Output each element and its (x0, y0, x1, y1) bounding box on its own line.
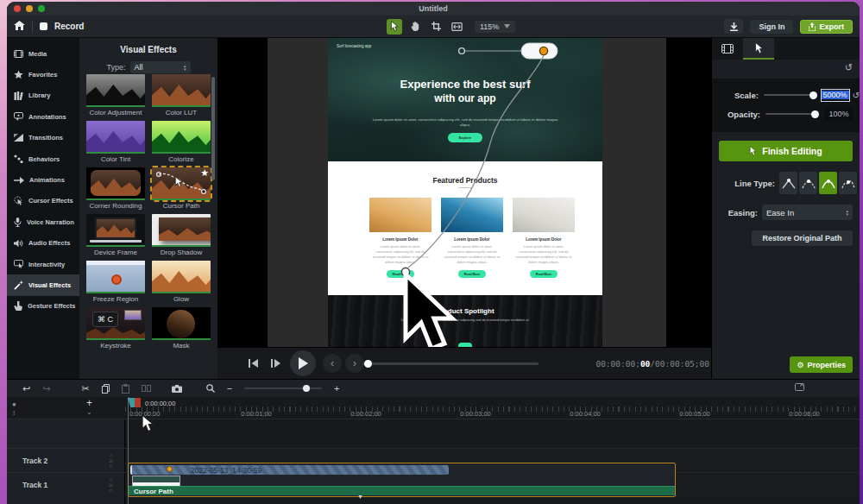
scale-reset-icon[interactable]: ↺ (853, 91, 860, 100)
media-clip-bar[interactable] (130, 465, 449, 475)
zoom-slider-handle[interactable] (303, 385, 310, 392)
canvas-zoom-dropdown[interactable]: 115% (475, 21, 515, 33)
sidebar-item-audio-effects[interactable]: Audio Effects (7, 233, 79, 254)
download-button[interactable] (724, 19, 743, 34)
sidebar-item-gesture-effects[interactable]: Gesture Effects (7, 296, 79, 317)
canvas[interactable]: Surf forecasting app Experience the best… (217, 38, 711, 347)
screenshot-button[interactable] (172, 385, 182, 393)
scale-slider[interactable] (764, 94, 816, 96)
record-icon[interactable] (40, 22, 47, 30)
magnifier-icon (206, 384, 215, 393)
reset-all-button[interactable]: ↺ (845, 62, 853, 73)
sidebar-item-favorites[interactable]: Favorites (7, 64, 79, 85)
step-back-button[interactable] (243, 354, 262, 373)
group-marker-icon[interactable]: ▼ (357, 494, 363, 500)
properties-button[interactable]: ⚙ Properties (790, 356, 853, 373)
timeline-ruler[interactable]: ●↕ + ⌄ 0:00:00;00 0:00:00;00 0:00:01;00 … (7, 397, 860, 419)
opacity-slider-handle[interactable] (811, 110, 819, 118)
effects-scrollbar[interactable] (211, 77, 215, 180)
zoom-in-button[interactable]: + (334, 384, 339, 394)
effect-cursor-path-selected[interactable]: ★ Cursor Path (152, 167, 211, 210)
expand-icon (795, 383, 804, 391)
sidebar-item-visual-effects[interactable]: Visual Effects (7, 274, 79, 295)
playhead-flag[interactable] (128, 398, 141, 407)
keyframe-dot[interactable] (167, 466, 173, 472)
cursor-arrow-icon (749, 146, 757, 156)
line-type-smooth-button[interactable] (839, 172, 857, 194)
sidebar-item-animations[interactable]: Animations (7, 169, 79, 190)
track-toggle-icons[interactable]: ○⊃∩ (109, 453, 125, 469)
previous-marker-button[interactable]: ‹ (323, 354, 342, 373)
crop-tool-button[interactable] (428, 19, 444, 35)
opacity-slider[interactable] (765, 113, 819, 115)
zoom-timeline-button[interactable] (206, 384, 215, 393)
finish-editing-button[interactable]: Finish Editing (719, 141, 853, 161)
cut-button[interactable]: ✂ (81, 384, 89, 394)
select-tool-button[interactable] (387, 19, 402, 35)
tab-media-properties[interactable] (712, 38, 743, 60)
paste-button[interactable] (122, 384, 129, 394)
effect-colorize[interactable]: Colorize (152, 121, 211, 163)
line-type-curved-button[interactable] (819, 172, 837, 194)
effect-thumbnail (86, 74, 145, 107)
effect-color-adjustment[interactable]: Color Adjustment (86, 74, 145, 117)
undo-button[interactable]: ↩ (22, 384, 30, 394)
track-1-header[interactable]: Track 1 ○⊃∩ (7, 472, 125, 496)
featured-section: Featured Products Lorem Ipsum Dolor Lore… (328, 161, 602, 295)
easing-dropdown[interactable]: Ease In ▴▾ (762, 205, 853, 220)
record-button[interactable]: Record (54, 22, 84, 31)
add-track-button[interactable]: + (86, 397, 92, 409)
effect-device-frame[interactable]: Device Frame (86, 214, 145, 256)
sidebar-item-interactivity[interactable]: Interactivity (7, 254, 79, 274)
tab-cursor-properties[interactable] (743, 38, 774, 60)
zoom-out-button[interactable]: − (227, 384, 232, 394)
scale-value-field[interactable]: 5000% (821, 89, 850, 102)
effect-glow[interactable]: Glow (152, 261, 211, 303)
opacity-value-field[interactable]: 100% (824, 108, 854, 121)
effect-keystroke[interactable]: ⌘ C Keystroke (86, 307, 145, 350)
effect-color-lut[interactable]: Color LUT (152, 74, 211, 117)
selected-clip-group[interactable]: 2022-05-13_14-30-59 Cursor Path ▼ (128, 463, 676, 497)
line-type-rounded-button[interactable] (799, 172, 817, 194)
redo-button[interactable]: ↪ (42, 384, 50, 394)
type-filter-dropdown[interactable]: All ▴▾ (130, 61, 191, 73)
split-button[interactable] (142, 384, 151, 393)
effect-freeze-region[interactable]: Freeze Region (86, 261, 145, 303)
effect-corner-rounding[interactable]: Corner Rounding (86, 167, 145, 210)
effect-drop-shadow[interactable]: Drop Shadow (152, 214, 211, 256)
copy-button[interactable] (102, 384, 110, 394)
playback-scrubber[interactable] (362, 362, 539, 365)
sidebar-item-annotations[interactable]: Annotations (7, 106, 79, 127)
play-button[interactable] (290, 350, 316, 376)
fit-tool-button[interactable] (449, 19, 464, 35)
next-marker-button[interactable]: › (345, 354, 364, 373)
scrubber-handle[interactable] (364, 360, 372, 368)
detach-timeline-button[interactable] (795, 383, 804, 393)
sidebar-item-cursor-effects[interactable]: Cursor Effects (7, 191, 79, 211)
export-button[interactable]: Export (800, 20, 853, 34)
cursor-path-track[interactable]: Cursor Path (129, 486, 675, 495)
product-card: Lorem Ipsum Dolor Lorem ipsum dolor sit … (513, 198, 575, 278)
collapse-tracks-button[interactable]: ⌄ (86, 408, 92, 416)
sidebar-item-voice-narration[interactable]: Voice Narration (7, 211, 79, 232)
home-icon[interactable] (14, 21, 25, 33)
effect-mask[interactable]: Mask (152, 307, 211, 350)
sidebar-item-behaviors[interactable]: Behaviors (7, 148, 79, 169)
playhead-line[interactable] (128, 397, 129, 504)
favorite-star-icon[interactable]: ★ (200, 167, 209, 179)
scale-slider-handle[interactable] (809, 91, 817, 99)
step-forward-button[interactable] (266, 354, 285, 373)
sign-in-button[interactable]: Sign In (750, 20, 793, 34)
sidebar-item-library[interactable]: Library (7, 85, 79, 106)
line-type-sharp-button[interactable] (779, 172, 797, 194)
track-2-header[interactable]: Track 2 ○⊃∩ (7, 448, 125, 472)
ruler-ticks (125, 406, 860, 412)
panel-title: Visual Effects (79, 38, 217, 54)
sidebar-item-transitions[interactable]: Transitions (7, 128, 79, 148)
restore-original-path-button[interactable]: Restore Original Path (752, 230, 853, 246)
pan-tool-button[interactable] (407, 19, 423, 35)
effect-color-tint[interactable]: Color Tint (86, 121, 145, 163)
sidebar-item-media[interactable]: Media (7, 43, 79, 64)
track-toggle-icons[interactable]: ○⊃∩ (109, 477, 125, 493)
timeline-zoom-slider[interactable] (244, 387, 322, 389)
